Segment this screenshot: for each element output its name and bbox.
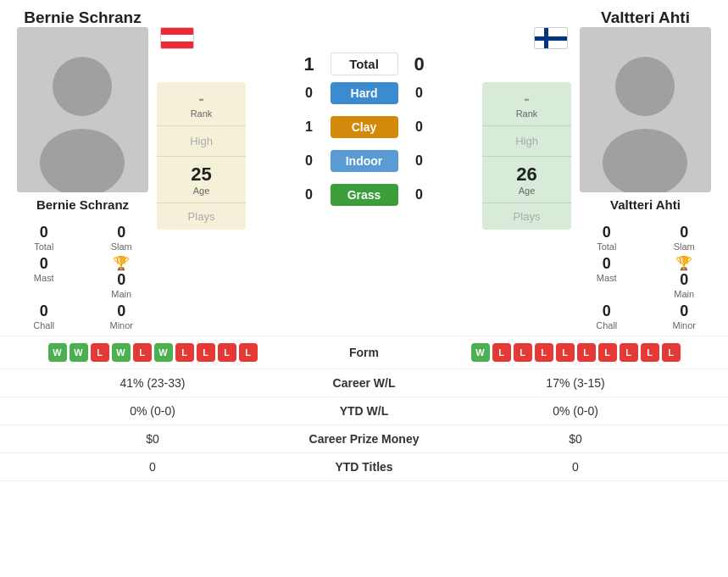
left-badge-9: L (218, 343, 236, 362)
hard-right-score: 0 (407, 86, 432, 101)
left-badge-1: W (48, 343, 67, 362)
left-badge-6: W (154, 343, 173, 362)
indoor-row: 0 Indoor 0 (297, 150, 432, 172)
left-badge-10: L (239, 343, 258, 362)
left-stat-slam: 0 Slam (86, 222, 158, 253)
right-age-row: 26 Age (482, 157, 571, 203)
ytd-titles-label: YTD Titles (297, 460, 431, 474)
right-stat-mast: 0 Mast (571, 253, 642, 301)
flag-center-row (157, 27, 571, 49)
right-plays-row: Plays (482, 203, 571, 230)
left-badge-7: L (175, 343, 194, 362)
main-container: Bernie Schranz Valtteri Ahti Bernie Schr… (0, 0, 728, 481)
svg-point-4 (615, 57, 675, 116)
total-left-score: 1 (297, 53, 322, 75)
total-row: 1 Total 0 (297, 53, 432, 75)
right-player-name: Valtteri Ahti (571, 8, 720, 27)
right-player-avatar (580, 27, 711, 192)
left-high-row: High (157, 126, 246, 157)
left-stat-chall: 0 Chall (8, 301, 80, 332)
austria-stripe-red (161, 28, 193, 35)
left-rank-row: - Rank (157, 82, 246, 126)
left-badge-8: L (197, 343, 215, 362)
right-stat-minor: 0 Minor (649, 301, 720, 332)
ytd-wl-right: 0% (0-0) (431, 404, 720, 418)
left-badge-3: L (91, 343, 109, 362)
right-badge-6: L (577, 343, 596, 362)
clay-left-score: 1 (297, 119, 322, 135)
left-age-label: Age (160, 186, 242, 196)
mid-col: 1 Total 0 - Rank High 25 Age (157, 27, 571, 230)
left-age-value: 25 (160, 164, 242, 186)
left-player-name: Bernie Schranz (8, 8, 157, 27)
grass-row: 0 Grass 0 (297, 184, 432, 206)
left-high-label: High (160, 135, 242, 147)
clay-right-score: 0 (407, 119, 432, 135)
right-form-badges: W L L L L L L L L L (431, 343, 720, 362)
ytd-titles-left: 0 (8, 460, 297, 474)
right-high-label: High (486, 135, 568, 147)
left-rank-dash: - (160, 89, 242, 108)
grass-button: Grass (331, 184, 398, 206)
surface-scores-area: - Rank High 25 Age Plays (157, 82, 571, 230)
form-row: W W L W L W L L L L Form W L L L (0, 336, 728, 369)
ytd-wl-row: 0% (0-0) YTD W/L 0% (0-0) (0, 397, 728, 425)
header-names: Bernie Schranz Valtteri Ahti (0, 0, 728, 27)
right-stats-grid: 0 Total 0 Slam 0 Mast 🏆 0 Main 0 (571, 222, 720, 332)
right-stat-total: 0 Total (571, 222, 642, 253)
austria-flag (160, 27, 194, 49)
left-plays-label: Plays (160, 210, 242, 223)
austria-stripe-white (161, 35, 193, 42)
right-badge-8: L (620, 343, 638, 362)
left-stat-mast: 0 Mast (8, 253, 80, 301)
right-rank-dash: - (486, 89, 568, 108)
right-badge-4: L (535, 343, 553, 362)
right-rank-label: Rank (486, 108, 568, 119)
indoor-button: Indoor (331, 150, 398, 172)
right-age-label: Age (486, 186, 568, 196)
career-wl-right: 17% (3-15) (431, 376, 720, 390)
indoor-right-score: 0 (407, 153, 432, 169)
right-badge-9: L (641, 343, 659, 362)
right-form: W L L L L L L L L L (431, 343, 720, 362)
ytd-wl-left: 0% (0-0) (8, 404, 297, 418)
left-player-name-below: Bernie Schranz (36, 197, 129, 212)
right-rank-row: - Rank (482, 82, 571, 126)
ytd-wl-label: YTD W/L (297, 404, 431, 418)
right-badge-1: W (471, 343, 490, 362)
indoor-left-score: 0 (297, 153, 322, 169)
right-rank-box: - Rank High 26 Age Plays (482, 82, 571, 230)
right-high-row: High (482, 126, 571, 157)
left-avatar-svg (17, 27, 148, 192)
left-badge-4: W (112, 343, 131, 362)
right-trophy-cell: 🏆 0 Main (649, 253, 720, 301)
total-right-score: 0 (407, 53, 432, 75)
left-badge-5: L (133, 343, 152, 362)
right-trophy-icon: 🏆 (675, 255, 692, 271)
ytd-titles-row: 0 YTD Titles 0 (0, 453, 728, 481)
left-trophy-icon: 🏆 (113, 255, 130, 271)
career-wl-left: 41% (23-33) (8, 376, 297, 390)
finland-flag (534, 27, 568, 49)
right-badge-5: L (556, 343, 575, 362)
prize-money-right: $0 (431, 432, 720, 446)
right-stat-chall: 0 Chall (571, 301, 642, 332)
grass-right-score: 0 (407, 187, 432, 203)
left-rank-label: Rank (160, 108, 242, 119)
left-stats-grid: 0 Total 0 Slam 0 Mast 🏆 0 Main 0 (8, 222, 157, 332)
career-wl-label: Career W/L (297, 376, 431, 390)
left-stat-total: 0 Total (8, 222, 80, 253)
clay-button: Clay (331, 116, 398, 138)
left-form-badges: W W L W L W L L L L (8, 343, 297, 362)
right-player-col: Valtteri Ahti 0 Total 0 Slam 0 Mast 🏆 0 (571, 27, 720, 332)
left-form: W W L W L W L L L L (8, 343, 297, 362)
grass-left-score: 0 (297, 187, 322, 203)
right-badge-10: L (662, 343, 681, 362)
left-player-avatar (17, 27, 148, 192)
left-rank-box: - Rank High 25 Age Plays (157, 82, 246, 230)
left-stat-minor: 0 Minor (86, 301, 158, 332)
bottom-stats: W W L W L W L L L L Form W L L L (0, 336, 728, 481)
svg-point-1 (53, 57, 112, 116)
prize-money-left: $0 (8, 432, 297, 446)
austria-stripe-red2 (161, 42, 193, 48)
